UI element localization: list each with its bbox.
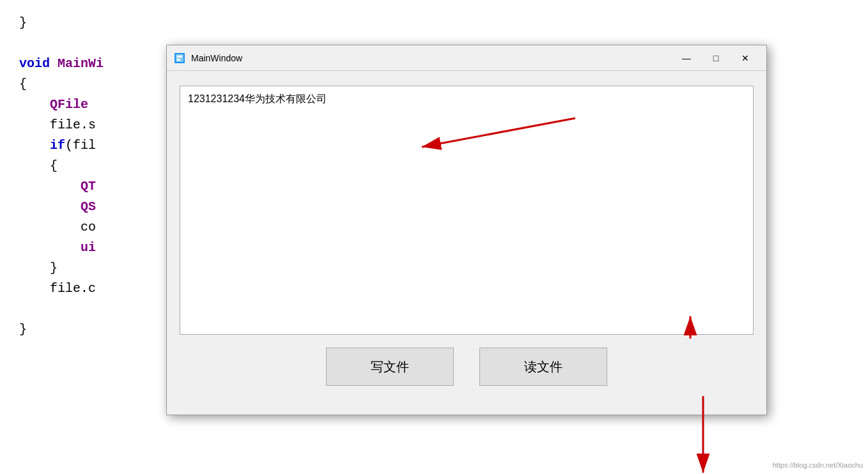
dialog-title-text: MainWindow [191,53,672,63]
dialog-app-icon [173,52,186,65]
text-display-area: 1231231234华为技术有限公司 [180,86,754,335]
dialog-window-controls: — □ ✕ [672,48,760,68]
svg-rect-3 [177,59,180,61]
read-file-button[interactable]: 读文件 [479,348,607,386]
svg-rect-1 [176,54,183,62]
watermark-text: https://blog.csdn.net/Xiaochu [773,461,863,469]
svg-rect-2 [177,56,182,57]
code-line-1: } [19,13,849,33]
main-window-dialog: MainWindow — □ ✕ 1231231234华为技术有限公司 写文件 … [166,45,767,415]
dialog-title-bar: MainWindow — □ ✕ [167,45,766,71]
dialog-minimize-button[interactable]: — [672,48,701,68]
display-text: 1231231234华为技术有限公司 [188,93,327,104]
dialog-buttons-row: 写文件 读文件 [180,348,754,405]
resize-handle[interactable] [180,80,754,86]
dialog-close-button[interactable]: ✕ [731,48,760,68]
dialog-maximize-button[interactable]: □ [701,48,731,68]
dialog-content-area: 1231231234华为技术有限公司 写文件 读文件 [167,71,766,415]
write-file-button[interactable]: 写文件 [326,348,454,386]
